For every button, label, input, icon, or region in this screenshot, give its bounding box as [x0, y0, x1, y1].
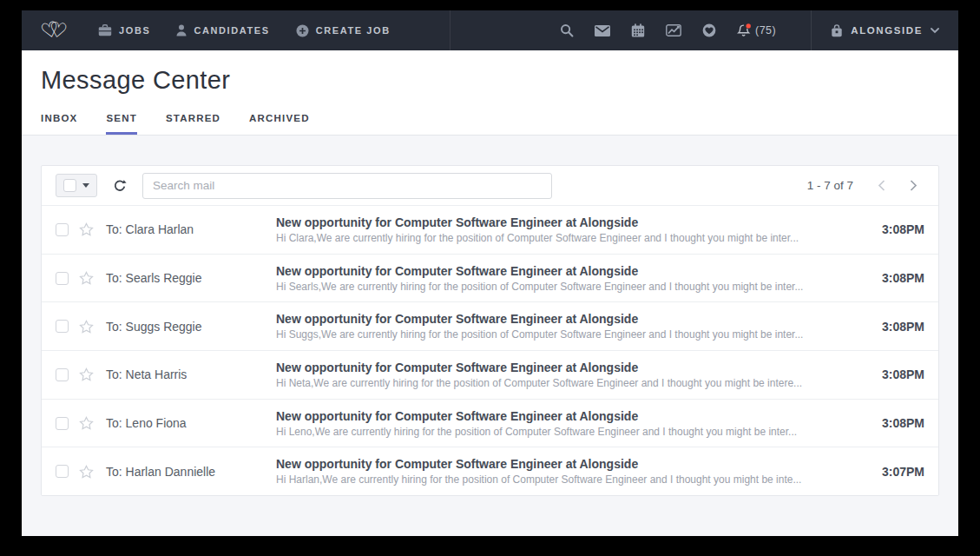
nav-item-label: JOBS — [119, 25, 150, 36]
nav-item-label: CANDIDATES — [194, 25, 269, 36]
row-checkbox[interactable] — [56, 417, 69, 430]
nav-item-jobs[interactable]: JOBS — [98, 24, 150, 36]
top-navbar: ♡ ♡ JOBS CANDIDATES — [22, 10, 958, 50]
account-label: ALONGSIDE — [851, 25, 923, 36]
mail-row[interactable]: To: Harlan Dannielle New opportunity for… — [42, 447, 938, 495]
community-button[interactable] — [702, 23, 716, 37]
mail-subject: New opportunity for Computer Software En… — [276, 457, 852, 471]
next-page-button[interactable] — [910, 180, 918, 191]
star-icon[interactable] — [79, 320, 94, 334]
mail-summary: New opportunity for Computer Software En… — [276, 361, 869, 389]
star-icon[interactable] — [79, 367, 94, 381]
utility-nav: (75) ALONGSIDE — [560, 10, 958, 50]
mail-preview: Hi Leno,We are currently hiring for the … — [276, 426, 852, 438]
mail-recipient: To: Neta Harris — [106, 367, 276, 381]
tab-sent[interactable]: SENT — [106, 113, 136, 135]
search-mail-input[interactable] — [142, 173, 552, 199]
mail-recipient: To: Leno Fiona — [106, 416, 276, 430]
mail-recipient: To: Searls Reggie — [106, 271, 276, 285]
tab-inbox[interactable]: INBOX — [41, 113, 77, 135]
mail-row[interactable]: To: Searls Reggie New opportunity for Co… — [42, 255, 938, 303]
envelope-icon — [595, 25, 610, 36]
row-checkbox[interactable] — [56, 223, 69, 236]
mail-subject: New opportunity for Computer Software En… — [276, 264, 852, 278]
tab-archived[interactable]: ARCHIVED — [249, 113, 310, 135]
heart-circle-icon — [702, 23, 716, 37]
notification-count: (75) — [755, 24, 776, 36]
mail-summary: New opportunity for Computer Software En… — [276, 264, 869, 293]
star-icon[interactable] — [79, 416, 94, 430]
heart-icon: ♡ — [47, 18, 69, 42]
page-header: Message Center — [22, 50, 958, 113]
mail-preview: Hi Clara,We are currently hiring for the… — [276, 232, 852, 244]
app-window: ♡ ♡ JOBS CANDIDATES — [22, 10, 958, 536]
mail-recipient: To: Suggs Reggie — [106, 320, 276, 334]
analytics-button[interactable] — [666, 24, 681, 36]
mail-time: 3:08PM — [869, 222, 924, 236]
mail-time: 3:08PM — [869, 320, 924, 334]
previous-page-button[interactable] — [878, 180, 885, 191]
chevron-left-icon — [878, 180, 885, 191]
refresh-button[interactable] — [113, 179, 127, 193]
messages-button[interactable] — [595, 25, 610, 36]
mail-row[interactable]: To: Suggs Reggie New opportunity for Com… — [42, 302, 938, 351]
row-checkbox[interactable] — [56, 320, 69, 333]
mail-time: 3:08PM — [869, 367, 924, 381]
mail-list-card: 1 - 7 of 7 — [41, 165, 939, 496]
mail-summary: New opportunity for Computer Software En… — [276, 215, 869, 244]
star-icon[interactable] — [79, 271, 94, 285]
row-checkbox[interactable] — [56, 368, 69, 381]
mail-time: 3:08PM — [869, 416, 924, 430]
navbar-divider — [450, 10, 451, 50]
row-checkbox[interactable] — [56, 272, 69, 285]
calendar-icon — [631, 23, 645, 37]
chevron-down-icon — [931, 28, 939, 34]
mail-subject: New opportunity for Computer Software En… — [276, 215, 852, 229]
row-checkbox[interactable] — [56, 465, 69, 478]
mail-subject: New opportunity for Computer Software En… — [276, 361, 852, 374]
mail-row[interactable]: To: Neta Harris New opportunity for Comp… — [42, 351, 938, 400]
mail-preview: Hi Neta,We are currently hiring for the … — [276, 377, 852, 389]
search-icon — [560, 23, 574, 37]
content-area: 1 - 7 of 7 — [22, 136, 958, 536]
mail-summary: New opportunity for Computer Software En… — [276, 312, 869, 341]
person-icon — [176, 24, 187, 36]
tab-starred[interactable]: STARRED — [166, 113, 220, 135]
mail-toolbar: 1 - 7 of 7 — [42, 166, 938, 206]
primary-nav: JOBS CANDIDATES CREATE JOB — [98, 24, 391, 37]
mail-recipient: To: Clara Harlan — [106, 222, 276, 236]
refresh-icon — [113, 179, 127, 193]
search-button[interactable] — [560, 23, 574, 37]
mail-time: 3:07PM — [869, 465, 924, 479]
mail-time: 3:08PM — [869, 271, 924, 285]
select-all-dropdown[interactable] — [56, 174, 97, 197]
pagination: 1 - 7 of 7 — [807, 179, 924, 192]
select-all-checkbox[interactable] — [63, 179, 76, 192]
mail-preview: Hi Harlan,We are currently hiring for th… — [276, 473, 852, 486]
chart-icon — [666, 24, 681, 36]
page-title: Message Center — [41, 65, 939, 95]
notifications-button[interactable]: (75) — [737, 23, 776, 37]
bell-icon — [737, 23, 752, 37]
nav-item-candidates[interactable]: CANDIDATES — [176, 24, 269, 36]
calendar-button[interactable] — [631, 23, 645, 37]
mail-recipient: To: Harlan Dannielle — [106, 465, 276, 479]
alongside-logo[interactable]: ♡ ♡ — [41, 20, 67, 41]
mail-subject: New opportunity for Computer Software En… — [276, 312, 852, 326]
mail-row[interactable]: To: Leno Fiona New opportunity for Compu… — [42, 400, 938, 448]
chevron-right-icon — [910, 180, 918, 191]
briefcase-icon — [98, 24, 112, 36]
nav-item-label: CREATE JOB — [316, 25, 391, 36]
account-menu[interactable]: ALONGSIDE — [811, 10, 958, 50]
message-tabs: INBOX SENT STARRED ARCHIVED — [22, 113, 958, 136]
nav-item-create-job[interactable]: CREATE JOB — [296, 24, 391, 37]
star-icon[interactable] — [79, 465, 94, 479]
mail-subject: New opportunity for Computer Software En… — [276, 409, 852, 423]
star-icon[interactable] — [79, 222, 94, 236]
mail-row[interactable]: To: Clara Harlan New opportunity for Com… — [42, 206, 938, 255]
mail-summary: New opportunity for Computer Software En… — [276, 409, 869, 438]
mail-preview: Hi Suggs,We are currently hiring for the… — [276, 328, 852, 341]
bag-icon — [831, 24, 843, 37]
plus-circle-icon — [296, 24, 309, 37]
mail-summary: New opportunity for Computer Software En… — [276, 457, 869, 486]
